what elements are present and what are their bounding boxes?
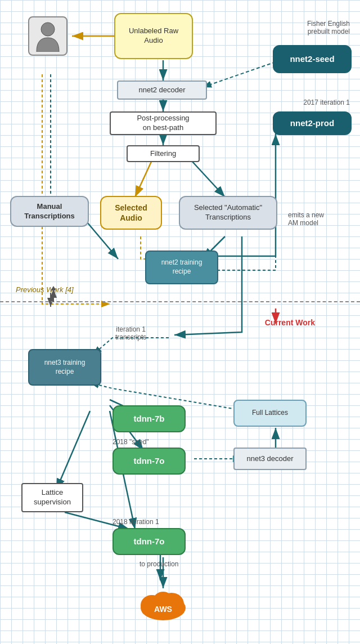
tdnn-7o-seed-node: tdnn-7o (112, 448, 186, 475)
tdnn-7o-seed-caption: 2018 "seed" (112, 438, 149, 446)
nnet2-prod-node: nnet2-prod (273, 111, 352, 135)
diagram-container: Unlabeled RawAudio Fisher Englishprebuil… (0, 0, 360, 644)
tdnn-7o-iter1-caption: 2018 iteration 1 (112, 518, 159, 526)
svg-point-18 (41, 23, 55, 36)
nnet2-decoder-node: nnet2 decoder (117, 80, 207, 100)
selected-audio-node: SelectedAudio (100, 196, 162, 230)
nnet3-training-node: nnet3 trainingrecipe (28, 349, 101, 386)
full-lattices-node: Full Lattices (233, 400, 307, 427)
svg-line-7 (202, 62, 276, 87)
person-icon (28, 16, 68, 56)
nnet3-decoder-node: nnet3 decoder (233, 448, 307, 470)
emits-caption: emits a newAM model (288, 211, 344, 227)
nnet2-seed-caption: Fisher Englishprebuilt model (277, 20, 350, 35)
previous-work-label: Previous Work [4] (16, 285, 74, 294)
nnet2-seed-node: nnet2-seed (273, 45, 352, 73)
svg-text:AWS: AWS (154, 605, 172, 614)
nnet2-training-node: nnet2 trainingrecipe (145, 251, 218, 284)
tdnn-7b-node: tdnn-7b (112, 405, 186, 432)
svg-line-11 (135, 160, 152, 197)
manual-transcriptions-node: ManualTranscriptions (10, 196, 89, 227)
iteration1-caption: iteration 1transcripts (115, 325, 146, 341)
nnet2-prod-caption: 2017 iteration 1 (277, 99, 350, 106)
aws-cloud-icon: AWS (138, 588, 188, 622)
to-production-arrow (143, 555, 177, 586)
postprocessing-node: Post-processingon best-path (110, 111, 217, 135)
unlabeled-audio-node: Unlabeled RawAudio (114, 13, 193, 59)
svg-line-10 (191, 160, 225, 197)
aws-cloud: AWS (135, 588, 191, 633)
svg-marker-20 (51, 286, 56, 290)
tdnn-7o-iter1-node: tdnn-7o (112, 528, 186, 555)
selected-transcriptions-node: Selected "Automatic"Transcriptions (179, 196, 277, 230)
previous-work-arrow (48, 286, 59, 303)
lattice-supervision-node: Latticesupervision (21, 483, 83, 512)
filtering-node: Filtering (127, 145, 200, 162)
current-work-label: Current Work (265, 318, 315, 327)
